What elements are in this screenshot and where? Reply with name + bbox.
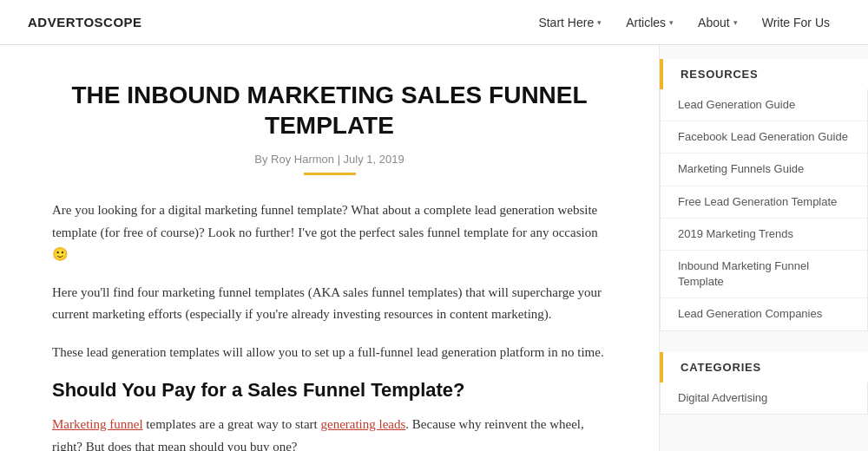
nav-write-for-us[interactable]: Write For Us	[752, 10, 840, 35]
resource-link-5[interactable]: Inbound Marketing Funnel Template	[661, 251, 867, 298]
resources-header: RESOURCES	[660, 59, 868, 89]
category-link-0[interactable]: Digital Advertising	[661, 382, 867, 414]
chevron-down-icon: ▾	[597, 18, 602, 27]
nav-articles[interactable]: Articles ▾	[615, 10, 684, 35]
resource-link-3[interactable]: Free Lead Generation Template	[661, 186, 867, 219]
main-content: THE INBOUND MARKETING SALES FUNNEL TEMPL…	[0, 45, 660, 451]
paragraph-3: These lead generation templates will all…	[52, 342, 607, 364]
paragraph-1: Are you looking for a digital marketing …	[52, 199, 607, 266]
sidebar: RESOURCES Lead Generation Guide Facebook…	[660, 45, 868, 451]
categories-links: Digital Advertising	[660, 382, 868, 415]
section-heading: Should You Pay for a Sales Funnel Templa…	[52, 379, 607, 402]
article-meta: By Roy Harmon | July 1, 2019	[52, 153, 607, 166]
chevron-down-icon: ▾	[733, 18, 738, 27]
page-layout: THE INBOUND MARKETING SALES FUNNEL TEMPL…	[0, 45, 868, 451]
nav-start-here[interactable]: Start Here ▾	[528, 10, 612, 35]
marketing-funnel-link[interactable]: Marketing funnel	[52, 417, 143, 431]
section-intro: Marketing funnel templates are a great w…	[52, 414, 607, 451]
categories-section: CATEGORIES Digital Advertising	[660, 352, 868, 415]
resource-link-2[interactable]: Marketing Funnels Guide	[661, 154, 867, 186]
resource-link-1[interactable]: Facebook Lead Generation Guide	[661, 121, 867, 154]
article-title: THE INBOUND MARKETING SALES FUNNEL TEMPL…	[52, 80, 607, 141]
paragraph-2: Here you'll find four marketing funnel t…	[52, 282, 607, 326]
navbar: ADVERTOSCOPE Start Here ▾ Articles ▾ Abo…	[0, 0, 868, 45]
nav-links: Start Here ▾ Articles ▾ About ▾ Write Fo…	[528, 10, 840, 35]
title-underline	[304, 173, 356, 175]
resources-section: RESOURCES Lead Generation Guide Facebook…	[660, 59, 868, 331]
resources-links: Lead Generation Guide Facebook Lead Gene…	[660, 89, 868, 331]
categories-header: CATEGORIES	[660, 352, 868, 382]
chevron-down-icon: ▾	[669, 18, 674, 27]
resource-link-0[interactable]: Lead Generation Guide	[661, 89, 867, 121]
resource-link-6[interactable]: Lead Generation Companies	[661, 298, 867, 330]
nav-about[interactable]: About ▾	[687, 10, 748, 35]
resource-link-4[interactable]: 2019 Marketing Trends	[661, 219, 867, 251]
generating-leads-link[interactable]: generating leads	[320, 417, 405, 431]
brand-logo[interactable]: ADVERTOSCOPE	[28, 15, 142, 29]
article-body: Are you looking for a digital marketing …	[52, 199, 607, 451]
